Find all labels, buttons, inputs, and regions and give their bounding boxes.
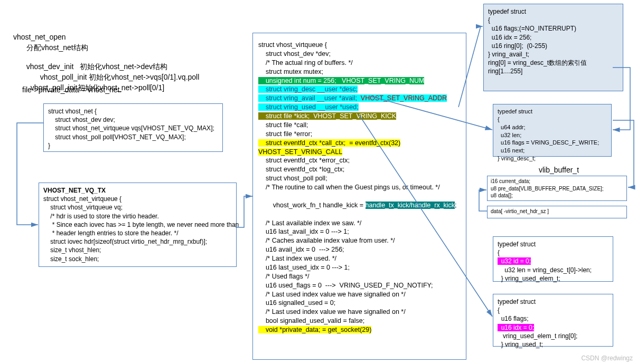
- code-line: struct vhost_virtqueue vq;: [43, 203, 232, 212]
- code-hl-yellow: struct eventfd_ctx *call_ctx; = eventfd_…: [258, 139, 461, 148]
- code-line: /* hdr is used to store the virtio heade…: [43, 212, 232, 221]
- title-vq-tx: VHOST_NET_VQ_TX: [43, 186, 232, 195]
- code-line: u64 addr;: [498, 123, 607, 131]
- code-hl-teal: vhost_work_fn_t handle_kick = handle_tx_…: [258, 192, 461, 219]
- code-line: /* The routine to call when the Guest pi…: [258, 183, 461, 192]
- code-line: struct iovec hdr[sizeof(struct virtio_ne…: [43, 237, 232, 246]
- code-line: struct vhost_dev dev;: [48, 116, 218, 124]
- box-vhost-virtqueue: struct vhost_virtqueue { struct vhost_de…: [252, 33, 466, 360]
- code-line: struct vhost_net {: [48, 107, 218, 116]
- box-vlib-buffer-top: i16 current_data; u8 pre_data[VLIB_BUFFE…: [487, 176, 627, 201]
- code-line: struct eventfd_ctx *log_ctx;: [258, 165, 461, 174]
- box-vring-desc: typedef struct { u64 addr; u32 len; u16 …: [493, 104, 612, 157]
- box-vhost-net-vq-tx: VHOST_NET_VQ_TX struct vhost_net_virtque…: [39, 183, 237, 267]
- code-line: u16 last_avail_idx = 0 ---> 1;: [258, 227, 461, 236]
- code-hl-magenta: u32 id = 0;: [498, 257, 608, 265]
- heading-private-data: file->private_data = vhost_net.: [22, 85, 121, 94]
- title-vlib-buffer: vlib_buffer_t: [539, 166, 579, 174]
- heading-vhost-net-open: vhost_net_open: [13, 33, 66, 41]
- code-line: size_t vhost_hlen;: [43, 246, 232, 254]
- code-hl-yellow: VHOST_SET_VRING_CALL: [258, 148, 461, 157]
- code-line: data[ -virtio_net_hdr_sz ]: [491, 208, 623, 215]
- box-vring-used: typedef struct { u16 flags; u16 idx = 0;…: [493, 294, 613, 347]
- code-line: struct vhost_dev *dev;: [258, 50, 461, 59]
- code-hl-olive: struct file *kick; VHOST_SET_VRING_KICK: [258, 112, 461, 121]
- heading-alloc-struct: 分配vhost_net结构: [26, 43, 88, 53]
- code-line: /* The actual ring of buffers. */: [258, 59, 461, 68]
- code-hl-yellow: void *private_data; = get_socket(29): [258, 325, 461, 334]
- code-line: typedef struct: [498, 298, 608, 306]
- code-hl-green: unsigned int num = 256; VHOST_SET_VRING_…: [258, 76, 461, 85]
- code-line: typedef struct: [498, 108, 607, 116]
- code-line: struct vhost_net_virtqueue {: [43, 195, 232, 203]
- code-line: u16 flags;: [498, 314, 608, 323]
- code-line: u8 data[];: [491, 192, 623, 199]
- code-line: u16 avail_idx = 0 ---> 256;: [258, 245, 461, 254]
- code-hl-magenta: u16 idx = 0;: [498, 323, 608, 332]
- code-line: u32 len;: [498, 131, 607, 139]
- code-line: struct mutex mutex;: [258, 68, 461, 76]
- code-line: * Since each iovec has >= 1 byte length,…: [43, 221, 232, 229]
- code-line: u16 signalled_used = 0;: [258, 299, 461, 308]
- code-line: struct file *call;: [258, 121, 461, 130]
- code-line: struct vhost_poll poll[VHOST_NET_VQ_MAX]…: [48, 133, 218, 141]
- code-line: {: [498, 248, 608, 257]
- code-line: ring[1…255]: [488, 67, 619, 75]
- code-line: /* Last used index value we have signall…: [258, 290, 461, 299]
- code-hl-cyan: struct vring_used __user *used;: [258, 103, 461, 112]
- code-line: ring[0] = vring_desc_t数组的索引值: [488, 59, 619, 67]
- code-line: } vring_desc_t;: [498, 155, 607, 162]
- code-line: u16 used_flags = 0 ---> VRING_USED_F_NO_…: [258, 281, 461, 290]
- code-line: } vring_used_elem_t;: [498, 274, 608, 283]
- code-line: {: [498, 306, 608, 314]
- code-line: } vring_used_t;: [498, 340, 608, 349]
- code-hl-cyan: struct vring_avail __user *avail; VHOST_…: [258, 94, 461, 103]
- code-line: /* Caches available index value from use…: [258, 236, 461, 245]
- code-line: struct eventfd_ctx *error_ctx;: [258, 156, 461, 165]
- code-line: u16 idx = 256;: [488, 33, 619, 42]
- code-line: u16 ring[0]; (0-255): [488, 42, 619, 50]
- code-line: /* Last index we used. */: [258, 254, 461, 263]
- code-line: {: [488, 16, 619, 24]
- code-line: u16 flags;(=NO_INTERRUPT): [488, 24, 619, 33]
- box-vring-avail: typedef struct { u16 flags;(=NO_INTERRUP…: [483, 4, 623, 91]
- code-line: u16 next;: [498, 147, 607, 155]
- code-line: u32 len = vring_desc_t[0]->len;: [498, 266, 608, 274]
- code-line: u16 last_used_idx = 0 ---> 1;: [258, 263, 461, 272]
- box-vlib-buffer-bottom: data[ -virtio_net_hdr_sz ]: [487, 206, 627, 218]
- code-line: struct vhost_net_virtqueue vqs[VHOST_NET…: [48, 124, 218, 132]
- code-line: i16 current_data;: [491, 178, 623, 185]
- code-line: vring_used_elem_t ring[0];: [498, 332, 608, 340]
- code-line: /* Used flags */: [258, 272, 461, 281]
- code-line: struct vhost_virtqueue {: [258, 41, 461, 50]
- box-vring-used-elem: typedef struct { u32 id = 0; u32 len = v…: [493, 236, 613, 282]
- code-line: u8 pre_data[VLIB_BUFFER_PRE_DATA_SIZE];: [491, 185, 623, 193]
- code-line: u16 flags = VRING_DESC_F_WRITE;: [498, 139, 607, 147]
- watermark: CSDN @redwingz: [581, 355, 633, 362]
- code-line: typedef struct: [498, 240, 608, 248]
- code-line: * header length entries to store the hea…: [43, 229, 232, 237]
- code-line: } vring_avail_t;: [488, 50, 619, 59]
- code-line: }: [48, 141, 218, 150]
- code-line: /* Last available index we saw. */: [258, 219, 461, 228]
- code-line: struct vhost_poll poll;: [258, 174, 461, 183]
- code-line: typedef struct: [488, 7, 619, 16]
- code-line: /* Last used index value we have signall…: [258, 308, 461, 317]
- box-vhost-net-struct: struct vhost_net { struct vhost_dev dev;…: [43, 103, 223, 152]
- code-line: size_t sock_hlen;: [43, 255, 232, 263]
- code-line: bool signalled_used_valid = false;: [258, 317, 461, 325]
- code-hl-cyan: struct vring_desc __user *desc;: [258, 85, 461, 94]
- code-line: {: [498, 116, 607, 123]
- code-line: struct file *error;: [258, 130, 461, 139]
